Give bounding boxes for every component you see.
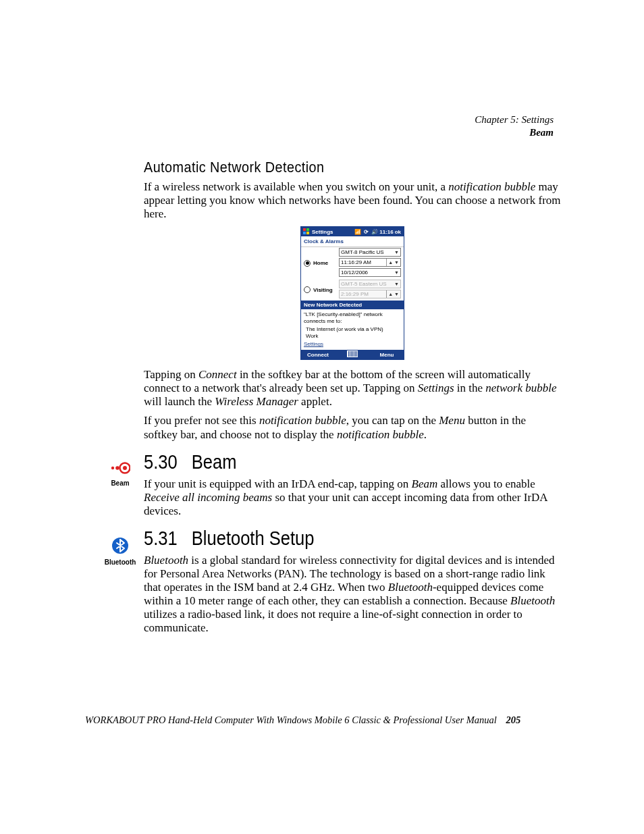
home-label: Home — [313, 260, 339, 266]
notification-title: New Network Detected — [301, 301, 404, 309]
home-timezone-field[interactable]: GMT-8 Pacific US▼ — [339, 248, 401, 257]
menu-softkey[interactable]: Menu — [370, 352, 404, 358]
connect-softkey[interactable]: Connect — [301, 352, 335, 358]
device-clock: 11:16 — [379, 229, 393, 235]
bluetooth-margin-icon: Bluetooth — [102, 537, 138, 566]
softkey-bar: Connect Menu — [301, 350, 404, 359]
spinner-down-icon: ▼ — [393, 259, 399, 266]
page-number: 205 — [506, 714, 520, 725]
subsection-heading: Automatic Network Detection — [144, 159, 528, 176]
device-title: Settings — [312, 229, 333, 235]
windows-flag-icon — [303, 228, 310, 235]
visiting-radio[interactable] — [304, 286, 311, 293]
visiting-timezone-field: GMT-5 Eastern US▼ — [339, 280, 401, 288]
notification-body: "LTK [Security-enabled]" network connect… — [301, 309, 404, 350]
footer-text: WORKABOUT PRO Hand-Held Computer With Wi… — [85, 714, 497, 725]
settings-link[interactable]: Settings — [304, 341, 401, 347]
visiting-time-field: 2:16:29 PM▲▼ — [339, 290, 401, 298]
notification-message: "LTK [Security-enabled]" network connect… — [304, 311, 401, 324]
beam-margin-icon: Beam — [102, 461, 138, 487]
svg-point-3 — [123, 466, 127, 470]
paragraph: Tapping on Connect in the softkey bar at… — [144, 368, 561, 409]
ok-button[interactable]: ok — [395, 229, 401, 235]
bluetooth-icon-label: Bluetooth — [102, 558, 138, 566]
signal-icon: 📶 — [354, 229, 361, 235]
device-screenshot: Settings 📶 ⟳ 🔊 11:16 ok Clock & Alarms H… — [300, 226, 404, 360]
paragraph: If you prefer not see this notification … — [144, 414, 561, 441]
page-footer: WORKABOUT PRO Hand-Held Computer With Wi… — [85, 714, 554, 726]
chevron-down-icon: ▼ — [393, 280, 399, 288]
paragraph: If your unit is equipped with an IrDA en… — [144, 477, 561, 518]
spinner-up-icon: ▲ — [386, 290, 393, 298]
home-date-field[interactable]: 10/12/2006▼ — [339, 268, 401, 277]
home-radio[interactable] — [304, 260, 311, 267]
volume-icon: 🔊 — [371, 229, 378, 235]
paragraph: Bluetooth is a global standard for wirel… — [144, 554, 561, 635]
clock-alarms-header: Clock & Alarms — [301, 236, 404, 247]
keyboard-icon[interactable] — [347, 350, 358, 357]
chapter-label: Chapter 5: Settings — [475, 113, 554, 126]
home-time-field[interactable]: 11:16:29 AM▲▼ — [339, 258, 401, 267]
chevron-down-icon: ▼ — [393, 249, 399, 256]
svg-point-1 — [115, 466, 119, 470]
beam-icon-label: Beam — [102, 479, 138, 487]
section-heading-beam: 5.30Beam — [144, 451, 511, 473]
visiting-label: Visiting — [313, 287, 339, 293]
paragraph: If a wireless network is available when … — [144, 180, 561, 221]
bluetooth-icon — [111, 537, 129, 554]
running-header: Chapter 5: Settings Beam — [475, 113, 554, 139]
chevron-down-icon: ▼ — [393, 269, 399, 276]
beam-icon — [110, 461, 130, 475]
section-heading-bluetooth: 5.31Bluetooth Setup — [144, 527, 511, 550]
spinner-down-icon: ▼ — [393, 290, 399, 298]
device-title-bar: Settings 📶 ⟳ 🔊 11:16 ok — [301, 227, 404, 236]
spinner-up-icon: ▲ — [386, 259, 393, 266]
section-label: Beam — [475, 126, 554, 139]
svg-point-0 — [111, 466, 114, 469]
sync-icon: ⟳ — [364, 229, 369, 235]
